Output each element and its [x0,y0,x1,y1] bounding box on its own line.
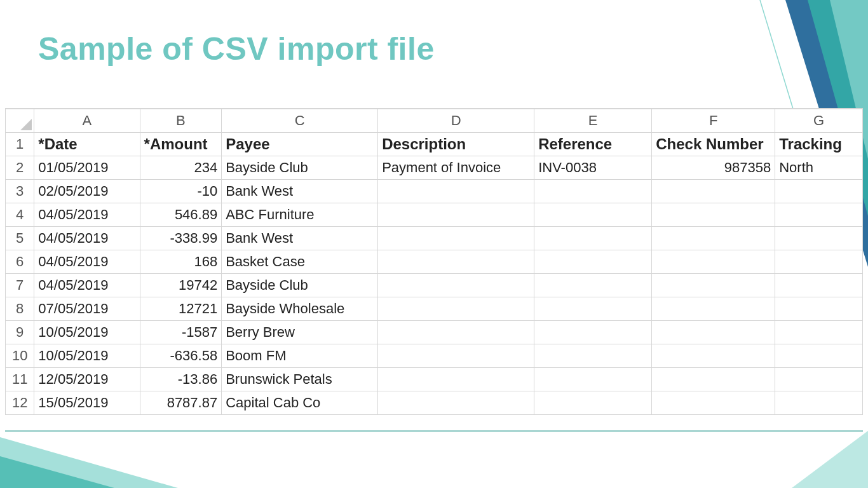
row-header[interactable]: 11 [6,368,34,391]
cell-description[interactable] [378,368,534,391]
cell-date[interactable]: 10/05/2019 [34,321,140,344]
cell-payee[interactable]: Bank West [222,180,378,203]
row-header[interactable]: 3 [6,180,34,203]
header-payee[interactable]: Payee [222,133,378,156]
cell-check[interactable] [652,203,775,227]
cell-check[interactable] [652,297,775,321]
header-date[interactable]: *Date [34,133,140,156]
col-header-a[interactable]: A [34,109,140,133]
cell-tracking[interactable] [775,203,863,227]
cell-description[interactable] [378,250,534,274]
cell-description[interactable] [378,344,534,368]
header-description[interactable]: Description [378,133,534,156]
cell-reference[interactable] [534,227,652,250]
cell-date[interactable]: 04/05/2019 [34,250,140,274]
cell-amount[interactable]: 8787.87 [140,391,222,415]
cell-amount[interactable]: -10 [140,180,222,203]
cell-check[interactable] [652,180,775,203]
row-header[interactable]: 12 [6,391,34,415]
cell-reference[interactable] [534,368,652,391]
cell-date[interactable]: 12/05/2019 [34,368,140,391]
cell-amount[interactable]: -1587 [140,321,222,344]
cell-payee[interactable]: Berry Brew [222,321,378,344]
cell-reference[interactable] [534,250,652,274]
cell-amount[interactable]: 234 [140,156,222,180]
cell-reference[interactable] [534,391,652,415]
cell-tracking[interactable] [775,368,863,391]
row-header[interactable]: 8 [6,297,34,321]
cell-payee[interactable]: Basket Case [222,250,378,274]
cell-amount[interactable]: -636.58 [140,344,222,368]
cell-payee[interactable]: Bayside Club [222,156,378,180]
col-header-f[interactable]: F [652,109,775,133]
cell-payee[interactable]: ABC Furniture [222,203,378,227]
cell-reference[interactable]: INV-0038 [534,156,652,180]
row-header[interactable]: 7 [6,274,34,297]
cell-tracking[interactable]: North [775,156,863,180]
col-header-g[interactable]: G [775,109,863,133]
row-header[interactable]: 2 [6,156,34,180]
header-reference[interactable]: Reference [534,133,652,156]
cell-tracking[interactable] [775,227,863,250]
cell-check[interactable] [652,274,775,297]
cell-reference[interactable] [534,203,652,227]
cell-check[interactable] [652,344,775,368]
cell-reference[interactable] [534,274,652,297]
cell-description[interactable] [378,203,534,227]
row-header[interactable]: 10 [6,344,34,368]
cell-description[interactable] [378,297,534,321]
header-tracking[interactable]: Tracking [775,133,863,156]
row-header[interactable]: 6 [6,250,34,274]
cell-reference[interactable] [534,180,652,203]
row-header[interactable]: 4 [6,203,34,227]
cell-date[interactable]: 04/05/2019 [34,203,140,227]
cell-tracking[interactable] [775,321,863,344]
cell-check[interactable] [652,391,775,415]
cell-amount[interactable]: 19742 [140,274,222,297]
cell-description[interactable]: Payment of Invoice [378,156,534,180]
col-header-e[interactable]: E [534,109,652,133]
cell-description[interactable] [378,227,534,250]
cell-date[interactable]: 15/05/2019 [34,391,140,415]
cell-amount[interactable]: 12721 [140,297,222,321]
col-header-d[interactable]: D [378,109,534,133]
cell-tracking[interactable] [775,344,863,368]
cell-check[interactable] [652,227,775,250]
row-header[interactable]: 5 [6,227,34,250]
cell-reference[interactable] [534,344,652,368]
cell-check[interactable] [652,368,775,391]
cell-description[interactable] [378,274,534,297]
cell-date[interactable]: 04/05/2019 [34,274,140,297]
cell-check[interactable]: 987358 [652,156,775,180]
cell-tracking[interactable] [775,297,863,321]
cell-date[interactable]: 02/05/2019 [34,180,140,203]
col-header-b[interactable]: B [140,109,222,133]
cell-payee[interactable]: Bayside Wholesale [222,297,378,321]
cell-amount[interactable]: 546.89 [140,203,222,227]
row-header[interactable]: 1 [6,133,34,156]
cell-payee[interactable]: Brunswick Petals [222,368,378,391]
cell-description[interactable] [378,321,534,344]
select-all-corner[interactable] [6,109,34,133]
cell-check[interactable] [652,250,775,274]
row-header[interactable]: 9 [6,321,34,344]
cell-date[interactable]: 10/05/2019 [34,344,140,368]
cell-date[interactable]: 04/05/2019 [34,227,140,250]
cell-reference[interactable] [534,321,652,344]
cell-payee[interactable]: Capital Cab Co [222,391,378,415]
cell-tracking[interactable] [775,274,863,297]
cell-reference[interactable] [534,297,652,321]
cell-description[interactable] [378,180,534,203]
cell-date[interactable]: 01/05/2019 [34,156,140,180]
cell-amount[interactable]: -338.99 [140,227,222,250]
cell-check[interactable] [652,321,775,344]
cell-amount[interactable]: -13.86 [140,368,222,391]
header-check[interactable]: Check Number [652,133,775,156]
cell-description[interactable] [378,391,534,415]
cell-tracking[interactable] [775,391,863,415]
cell-tracking[interactable] [775,180,863,203]
cell-payee[interactable]: Bayside Club [222,274,378,297]
cell-amount[interactable]: 168 [140,250,222,274]
cell-tracking[interactable] [775,250,863,274]
cell-payee[interactable]: Boom FM [222,344,378,368]
